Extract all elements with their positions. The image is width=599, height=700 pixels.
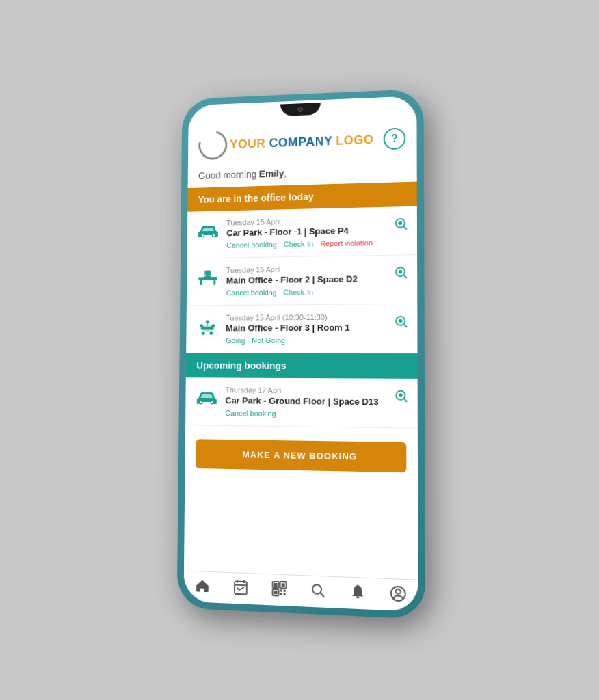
booking-details-carpark: Tuesday 15 April Car Park - Floor -1 | S…: [226, 215, 408, 250]
going-1[interactable]: Going: [226, 336, 245, 345]
notch: [280, 103, 321, 116]
booking-date-3: Tuesday 15 April (10:30-11:30): [226, 312, 408, 321]
make-booking-section: MAKE A NEW BOOKING: [185, 425, 418, 487]
nav-home[interactable]: [194, 577, 211, 594]
svg-line-13: [404, 275, 407, 278]
booking-actions-1: Cancel booking Check-In Report violation: [226, 238, 408, 250]
greeting-suffix: ,: [284, 168, 287, 179]
nav-profile[interactable]: [389, 584, 406, 602]
svg-point-26: [200, 401, 202, 403]
svg-rect-39: [281, 583, 284, 587]
svg-point-20: [202, 332, 205, 335]
location-icon-3[interactable]: [393, 314, 409, 332]
location-icon-upcoming[interactable]: [394, 388, 410, 407]
phone-screen: YOUR COMPANY LOGO ? Good morning Emily, …: [184, 96, 418, 612]
cancel-booking-upcoming[interactable]: Cancel booking: [225, 409, 276, 418]
svg-point-28: [211, 401, 213, 403]
logo-text: YOUR COMPANY LOGO: [230, 133, 373, 152]
report-violation-1[interactable]: Report violation: [320, 239, 373, 247]
location-icon-2[interactable]: [393, 265, 409, 284]
booking-item-office2: Tuesday 15 April Main Office - Floor 2 |…: [187, 255, 417, 306]
svg-line-35: [235, 585, 247, 586]
booking-title-3: Main Office - Floor 3 | Room 1: [226, 322, 408, 333]
svg-rect-9: [213, 280, 215, 285]
svg-point-46: [312, 584, 321, 594]
desk-icon: [196, 269, 219, 295]
booking-actions-upcoming: Cancel booking: [225, 409, 408, 419]
not-going-1[interactable]: Not Going: [252, 336, 285, 345]
booking-date-2: Tuesday 15 April: [226, 263, 408, 274]
car-icon-upcoming: [195, 388, 219, 412]
logo-logo: LOGO: [332, 133, 374, 148]
svg-point-6: [399, 221, 402, 224]
checkin-2[interactable]: Check-In: [283, 288, 313, 296]
svg-point-14: [399, 271, 402, 273]
svg-rect-43: [283, 590, 285, 592]
section-today-label: You are in the office today: [198, 191, 314, 205]
meeting-icon: [196, 317, 219, 342]
logo-container: YOUR COMPANY LOGO: [198, 124, 373, 160]
svg-point-17: [206, 320, 209, 323]
svg-line-23: [404, 325, 407, 327]
greeting-prefix: Good morning: [198, 169, 259, 181]
camera: [297, 107, 303, 112]
cancel-booking-2[interactable]: Cancel booking: [226, 288, 277, 297]
svg-rect-16: [201, 327, 214, 330]
booking-details-office2: Tuesday 15 April Main Office - Floor 2 |…: [226, 263, 408, 297]
nav-calendar[interactable]: [232, 578, 249, 595]
screen-content: YOUR COMPANY LOGO ? Good morning Emily, …: [184, 116, 418, 580]
svg-rect-48: [356, 596, 359, 598]
svg-point-19: [211, 324, 215, 327]
logo-circle-icon: [194, 125, 232, 165]
booking-item-carpark: Tuesday 15 April Car Park - Floor -1 | S…: [187, 206, 418, 259]
checkin-1[interactable]: Check-In: [284, 240, 314, 249]
svg-line-30: [404, 399, 407, 402]
svg-rect-44: [280, 593, 282, 595]
nav-qr[interactable]: [271, 580, 287, 598]
booking-details-meeting: Tuesday 15 April (10:30-11:30) Main Offi…: [226, 312, 408, 345]
svg-point-21: [209, 332, 213, 335]
svg-rect-45: [283, 593, 285, 595]
section-upcoming-label: Upcoming bookings: [196, 360, 286, 371]
svg-rect-41: [274, 591, 277, 594]
svg-line-47: [321, 593, 325, 597]
svg-rect-32: [235, 582, 247, 595]
booking-actions-3: Going Not Going: [226, 336, 408, 345]
section-upcoming-header: Upcoming bookings: [186, 353, 418, 379]
booking-item-upcoming: Thursday 17 April Car Park - Ground Floo…: [185, 377, 418, 428]
svg-rect-42: [280, 589, 282, 591]
booking-actions-2: Cancel booking Check-In: [226, 287, 408, 297]
app-header: YOUR COMPANY LOGO ?: [188, 116, 417, 165]
booking-title-1: Car Park - Floor -1 | Space P4: [226, 224, 407, 238]
nav-search[interactable]: [310, 582, 326, 600]
logo-company: COMPANY: [265, 134, 332, 150]
cancel-booking-1[interactable]: Cancel booking: [226, 241, 277, 250]
location-icon-1[interactable]: [393, 216, 409, 235]
booking-title-2: Main Office - Floor 2 | Space D2: [226, 273, 408, 286]
booking-details-upcoming: Thursday 17 April Car Park - Ground Floo…: [225, 386, 408, 419]
booking-date-upcoming: Thursday 17 April: [225, 386, 408, 395]
booking-item-meeting: Tuesday 15 April (10:30-11:30) Main Offi…: [186, 304, 417, 353]
make-booking-button[interactable]: MAKE A NEW BOOKING: [196, 439, 406, 472]
svg-point-31: [399, 394, 402, 396]
svg-point-50: [395, 589, 400, 594]
booking-title-upcoming: Car Park - Ground Floor | Space D13: [225, 395, 408, 407]
svg-rect-37: [274, 583, 277, 587]
car-icon: [196, 221, 220, 245]
svg-rect-8: [200, 280, 202, 285]
greeting-name: Emily: [259, 168, 284, 180]
logo-your: YOUR: [230, 136, 265, 150]
help-button[interactable]: ?: [384, 127, 406, 150]
svg-rect-7: [198, 277, 217, 280]
phone-frame: YOUR COMPANY LOGO ? Good morning Emily, …: [177, 89, 425, 619]
svg-point-24: [399, 320, 402, 323]
nav-notifications[interactable]: [349, 583, 367, 601]
svg-line-5: [404, 226, 407, 229]
